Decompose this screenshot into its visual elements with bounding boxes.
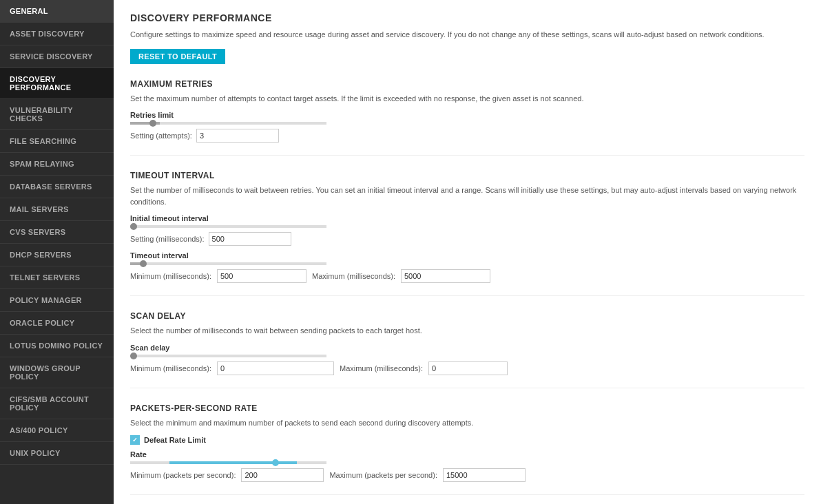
sidebar-item-windows-group[interactable]: Windows Group Policy bbox=[0, 357, 114, 388]
timeout-interval-section: Timeout Interval Set the number of milli… bbox=[130, 171, 804, 296]
sidebar-item-asset-discovery[interactable]: Asset Discovery bbox=[0, 23, 114, 45]
initial-setting-input[interactable] bbox=[209, 232, 291, 246]
packets-per-second-section: Packets-Per-Second Rate Select the minim… bbox=[130, 403, 804, 496]
retries-limit-label: Retries limit bbox=[130, 111, 804, 119]
scan-delay-title: Scan Delay bbox=[130, 311, 804, 321]
timeout-interval-description: Set the number of milliseconds to wait b… bbox=[130, 185, 804, 207]
page-description: Configure settings to maximize speed and… bbox=[130, 29, 804, 41]
scan-delay-max-input[interactable] bbox=[428, 361, 508, 375]
sidebar-item-spam-relaying[interactable]: Spam Relaying bbox=[0, 153, 114, 176]
sidebar-item-database-servers[interactable]: Database Servers bbox=[0, 176, 114, 198]
initial-setting-row: Setting (milliseconds): bbox=[130, 232, 804, 246]
timeout-min-label: Minimum (milliseconds): bbox=[130, 272, 211, 280]
timeout-max-label: Maximum (milliseconds): bbox=[312, 272, 395, 280]
timeout-interval-range-label: Timeout interval bbox=[130, 251, 804, 260]
timeout-min-input[interactable] bbox=[217, 269, 306, 283]
sidebar-item-cvs-servers[interactable]: CVS Servers bbox=[0, 221, 114, 244]
scan-delay-min-input[interactable] bbox=[217, 361, 334, 375]
packets-min-label: Minimum (packets per second): bbox=[130, 471, 236, 479]
scan-delay-slider[interactable] bbox=[130, 355, 326, 357]
reset-to-default-button[interactable]: Reset to Default bbox=[130, 49, 225, 64]
retries-setting-label: Setting (attempts): bbox=[130, 132, 192, 140]
packets-min-input[interactable] bbox=[241, 468, 324, 482]
sidebar-item-oracle-policy[interactable]: Oracle Policy bbox=[0, 312, 114, 335]
sidebar-item-vulnerability-checks[interactable]: Vulnerability Checks bbox=[0, 99, 114, 130]
sidebar-item-general[interactable]: General bbox=[0, 0, 114, 23]
sidebar-item-lotus-domino[interactable]: Lotus Domino Policy bbox=[0, 335, 114, 357]
timeout-range-row: Minimum (milliseconds): Maximum (millise… bbox=[130, 269, 804, 283]
packets-per-second-title: Packets-Per-Second Rate bbox=[130, 403, 804, 413]
initial-setting-label: Setting (milliseconds): bbox=[130, 235, 205, 243]
retries-setting-row: Setting (attempts): bbox=[130, 129, 804, 143]
sidebar-item-service-discovery[interactable]: Service Discovery bbox=[0, 45, 114, 68]
initial-timeout-slider[interactable] bbox=[130, 225, 326, 228]
packets-per-second-description: Select the minimum and maximum number of… bbox=[130, 417, 804, 429]
packets-rate-slider[interactable] bbox=[130, 461, 326, 464]
sidebar-item-discovery-performance[interactable]: Discovery Performance bbox=[0, 68, 114, 99]
max-retries-description: Set the maximum number of attempts to co… bbox=[130, 93, 804, 105]
scan-delay-range-row: Minimum (milliseconds): Maximum (millise… bbox=[130, 361, 804, 375]
max-retries-title: Maximum Retries bbox=[130, 79, 804, 89]
defeat-rate-limit-row: ✓ Defeat Rate Limit bbox=[130, 435, 804, 445]
scan-delay-description: Select the number of milliseconds to wai… bbox=[130, 325, 804, 337]
defeat-rate-label: Defeat Rate Limit bbox=[144, 436, 206, 444]
sidebar-item-unix-policy[interactable]: Unix Policy bbox=[0, 442, 114, 465]
defeat-rate-checkbox[interactable]: ✓ bbox=[130, 435, 140, 445]
packets-max-label: Maximum (packets per second): bbox=[329, 471, 437, 479]
max-retries-section: Maximum Retries Set the maximum number o… bbox=[130, 79, 804, 156]
main-content: Discovery Performance Configure settings… bbox=[114, 0, 821, 504]
sidebar: General Asset Discovery Service Discover… bbox=[0, 0, 114, 504]
packets-range-row: Minimum (packets per second): Maximum (p… bbox=[130, 468, 804, 482]
timeout-interval-slider[interactable] bbox=[130, 262, 326, 265]
scan-delay-label: Scan delay bbox=[130, 344, 804, 352]
initial-timeout-label: Initial timeout interval bbox=[130, 214, 804, 222]
scan-delay-section: Scan Delay Select the number of millisec… bbox=[130, 311, 804, 388]
packets-max-input[interactable] bbox=[443, 468, 526, 482]
scan-delay-min-label: Minimum (milliseconds): bbox=[130, 364, 211, 372]
sidebar-item-file-searching[interactable]: File Searching bbox=[0, 130, 114, 153]
sidebar-item-policy-manager[interactable]: Policy Manager bbox=[0, 289, 114, 312]
timeout-max-input[interactable] bbox=[401, 269, 490, 283]
sidebar-item-cifs-smb[interactable]: CIFS/SMB Account Policy bbox=[0, 388, 114, 419]
sidebar-item-as400[interactable]: AS/400 Policy bbox=[0, 419, 114, 442]
sidebar-item-telnet-servers[interactable]: Telnet Servers bbox=[0, 266, 114, 289]
timeout-interval-title: Timeout Interval bbox=[130, 171, 804, 180]
sidebar-item-mail-servers[interactable]: Mail Servers bbox=[0, 198, 114, 221]
sidebar-item-dhcp-servers[interactable]: DHCP Servers bbox=[0, 244, 114, 266]
retries-setting-input[interactable] bbox=[196, 129, 279, 143]
scan-delay-max-label: Maximum (milliseconds): bbox=[340, 364, 423, 372]
rate-label: Rate bbox=[130, 450, 804, 459]
page-title: Discovery Performance bbox=[130, 12, 804, 23]
retries-limit-slider[interactable] bbox=[130, 122, 326, 125]
